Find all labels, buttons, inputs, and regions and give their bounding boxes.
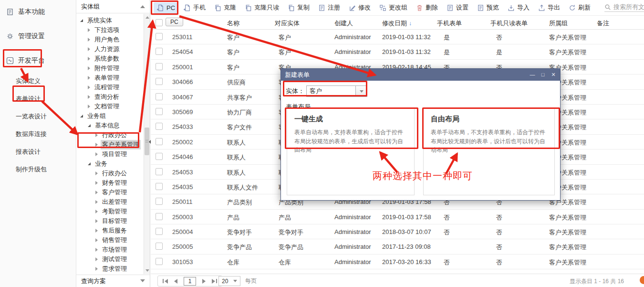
tree-item[interactable]: 项目管理 [76, 149, 144, 159]
col-header-creator[interactable]: 创建人 [334, 19, 353, 28]
tree-expander-icon[interactable] [95, 257, 98, 261]
new-mobile-form-button[interactable]: 手机 [180, 1, 209, 14]
row-checkbox[interactable] [156, 78, 163, 85]
table-row[interactable]: 301053 仓库 仓库 Administrator 2017-03-20 16… [151, 255, 644, 269]
row-checkbox[interactable] [156, 48, 163, 55]
tree-expander-icon[interactable] [88, 162, 91, 165]
search-input[interactable] [613, 3, 644, 11]
tree-expander-icon[interactable] [95, 191, 98, 194]
tree-item[interactable]: 需求管理 [76, 264, 144, 274]
table-row[interactable]: 250004 竞争对手 竞争对手 Administrator 2018-03-0… [151, 224, 644, 239]
change-group-button[interactable]: 更改组 [376, 1, 411, 14]
tree-item[interactable]: 系统实体 [76, 16, 144, 25]
tree-item[interactable]: 行政办公 [76, 169, 144, 178]
tree-expander-icon[interactable] [88, 57, 90, 61]
tree-expander-icon[interactable] [80, 19, 83, 22]
tree-expander-icon[interactable] [88, 47, 90, 51]
new-pc-form-button[interactable]: PC [154, 2, 178, 13]
clone-readonly-button[interactable]: 克隆只读 [241, 1, 282, 14]
tree-item[interactable]: 测试管理 [76, 255, 144, 264]
edit-button[interactable]: 修改 [345, 1, 374, 14]
tree-item[interactable]: 考勤管理 [76, 207, 144, 216]
import-button[interactable]: 导入 [504, 1, 533, 14]
collapse-up-icon[interactable] [140, 5, 145, 8]
dialog-titlebar[interactable]: 新建表单 — □ ✕ [281, 69, 560, 81]
tree-expander-icon[interactable] [95, 181, 98, 185]
col-header-group[interactable]: 所属组 [549, 19, 568, 28]
register-button[interactable]: 注册 [315, 1, 343, 14]
sidebar-item-report-design[interactable]: 报表设计 [0, 147, 76, 157]
export-button[interactable]: 导出 [535, 1, 563, 14]
row-checkbox[interactable] [156, 258, 163, 265]
table-row[interactable]: 253011 客户 客户 Administrator 2019-01-03 11… [151, 30, 644, 44]
next-page-button[interactable] [202, 279, 206, 284]
row-checkbox[interactable] [156, 153, 163, 160]
clone-button[interactable]: 克隆 [211, 1, 239, 14]
settings-button[interactable]: 设置 [443, 1, 472, 14]
tree-expander-icon[interactable] [95, 229, 98, 233]
refresh-button[interactable]: 刷新 [565, 1, 594, 14]
sidebar-item-db-connection[interactable]: 数据库连接 [0, 129, 76, 139]
tree-expander-icon[interactable] [95, 267, 98, 271]
first-page-button[interactable] [163, 279, 168, 284]
tree-item[interactable]: 客户关系管理 [76, 140, 144, 149]
tree-item[interactable]: 系统参数 [76, 54, 144, 64]
row-checkbox[interactable] [156, 63, 163, 70]
group-tab-pc[interactable]: PC [166, 18, 183, 26]
close-icon[interactable]: ✕ [551, 72, 556, 78]
tree-expander-icon[interactable] [95, 200, 98, 204]
col-header-modified[interactable]: 修改日期↓ [382, 19, 412, 28]
tree-item[interactable]: 行政办公 [76, 130, 144, 140]
minimize-icon[interactable]: — [530, 72, 535, 78]
select-all-checkbox[interactable] [156, 19, 163, 26]
row-checkbox[interactable] [156, 108, 163, 115]
tree-expander-icon[interactable] [95, 152, 98, 156]
tree-item[interactable]: 客户管理 [76, 188, 144, 197]
sidebar-item-form-design[interactable]: 表单设计 [0, 94, 76, 104]
row-checkbox[interactable] [156, 198, 163, 205]
tree-item[interactable]: 表单管理 [76, 73, 144, 83]
row-checkbox[interactable] [156, 123, 163, 130]
col-header-entity[interactable]: 对应实体 [275, 19, 300, 28]
tree-item[interactable]: 目标管理 [76, 216, 144, 226]
tree-item[interactable]: 查询分析 [76, 92, 144, 102]
expand-down-icon[interactable] [140, 279, 145, 282]
scroll-down-icon[interactable] [145, 269, 149, 272]
tree-expander-icon[interactable] [95, 133, 98, 137]
table-row[interactable]: 254054 客户 客户 Administrator 2019-01-03 11… [151, 44, 644, 59]
col-header-note[interactable]: 备注 [597, 19, 609, 28]
table-row[interactable]: 250003 产品 产品 Administrator 2019-01-03 17… [151, 210, 644, 224]
row-checkbox[interactable] [156, 183, 163, 190]
tree-expander-icon[interactable] [88, 124, 91, 127]
form-layout-option-auto[interactable]: 一键生成 表单自动布局，支持表单重构，适合于控件布局比较规范的表单，生成后也可以… [287, 108, 415, 195]
tree-item[interactable]: 人力资源 [76, 44, 144, 54]
row-checkbox[interactable] [156, 33, 163, 40]
sidebar-item-entity-definition[interactable]: 实体定义 [0, 76, 76, 86]
scroll-up-icon[interactable] [145, 16, 149, 19]
sidebar-item-admin-settings[interactable]: 管理设置 [0, 31, 76, 42]
preview-button[interactable]: 预览 [474, 1, 502, 14]
tree-expander-icon[interactable] [88, 95, 90, 99]
maximize-icon[interactable]: □ [540, 72, 546, 78]
col-header-mobile-form[interactable]: 手机表单 [437, 19, 462, 28]
tree-item[interactable]: 下拉选项 [76, 25, 144, 35]
page-number-input[interactable]: 1 [184, 277, 196, 286]
tree-expander-icon[interactable] [88, 28, 90, 32]
tree-item[interactable]: 售后服务 [76, 226, 144, 235]
row-checkbox[interactable] [156, 228, 163, 235]
tree-item[interactable]: 业务组 [76, 111, 144, 121]
tree-expander-icon[interactable] [88, 105, 90, 108]
tree-item[interactable]: 市场管理 [76, 245, 144, 255]
tree-item[interactable]: 采购管理 [76, 274, 144, 274]
row-checkbox[interactable] [156, 213, 163, 220]
tree-expander-icon[interactable] [95, 143, 98, 147]
sidebar-item-upgrade-package[interactable]: 制作升级包 [0, 165, 76, 174]
tree-expander-icon[interactable] [88, 85, 90, 89]
tree-expander-icon[interactable] [80, 115, 83, 117]
sidebar-item-basic-functions[interactable]: 基本功能 [0, 7, 76, 17]
tree-panel-header[interactable]: 实体组 [76, 0, 150, 13]
tree-expander-icon[interactable] [88, 66, 90, 70]
entity-select-button[interactable] [356, 85, 367, 97]
query-plan-bar[interactable]: 查询方案 [76, 275, 150, 287]
entity-select[interactable]: 客户 [306, 85, 367, 97]
